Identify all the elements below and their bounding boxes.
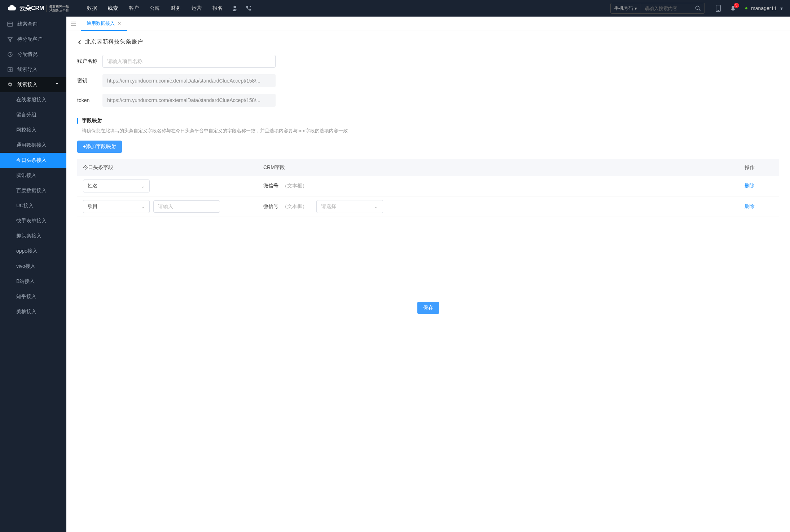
sidebar-item-label: 趣头条接入 bbox=[16, 233, 41, 239]
nav-signup[interactable]: 报名 bbox=[212, 5, 223, 12]
sidebar-item-4[interactable]: 线索接入⌃ bbox=[0, 77, 66, 92]
crm-field-type: （文本框） bbox=[282, 203, 307, 210]
footer-bar: 保存 bbox=[77, 296, 779, 319]
page-title: 北京昱新科技头条账户 bbox=[85, 38, 143, 46]
col-action: 操作 bbox=[745, 164, 773, 171]
account-label: 账户名称 bbox=[77, 58, 102, 65]
toutiao-field-select[interactable]: 姓名⌄ bbox=[83, 179, 150, 192]
form-row-token: token bbox=[77, 94, 779, 107]
user-name: manager11 bbox=[751, 5, 777, 11]
add-mapping-button[interactable]: +添加字段映射 bbox=[77, 141, 122, 153]
export-icon bbox=[7, 67, 13, 72]
status-dot-icon bbox=[745, 7, 747, 9]
nav-data[interactable]: 数据 bbox=[87, 5, 97, 12]
account-input[interactable] bbox=[102, 55, 276, 68]
search-type-select[interactable]: 手机号码 ▾ bbox=[611, 3, 641, 13]
chevron-down-icon: ▾ bbox=[780, 5, 783, 11]
chevron-down-icon: ⌄ bbox=[374, 204, 378, 209]
collapse-menu-icon[interactable] bbox=[66, 21, 81, 26]
sidebar-item-label: 百度数据接入 bbox=[16, 187, 47, 194]
sidebar-subitem-10[interactable]: oppo接入 bbox=[0, 244, 66, 259]
notifications[interactable]: 5 bbox=[730, 5, 736, 12]
search-input[interactable] bbox=[641, 4, 692, 13]
col-crm: CRM字段 bbox=[263, 164, 745, 171]
user-plus-icon[interactable] bbox=[232, 5, 238, 12]
content: 北京昱新科技头条账户 账户名称 密钥 token 字段映射 请确保您在此填写的头… bbox=[66, 31, 790, 532]
sidebar-item-1[interactable]: 待分配客户 bbox=[0, 32, 66, 47]
user-menu[interactable]: manager11 ▾ bbox=[745, 5, 783, 11]
sidebar-subitem-0[interactable]: 在线客服接入 bbox=[0, 92, 66, 107]
phone-icon[interactable] bbox=[245, 5, 252, 12]
crm-field-label: 微信号 bbox=[263, 203, 278, 210]
nav-customer[interactable]: 客户 bbox=[129, 5, 139, 12]
section-bar-icon bbox=[77, 118, 78, 124]
sidebar-item-label: vivo接入 bbox=[16, 263, 35, 270]
sidebar-item-label: 线索查询 bbox=[17, 21, 38, 27]
sidebar-item-label: UC接入 bbox=[16, 203, 34, 209]
save-button[interactable]: 保存 bbox=[417, 302, 439, 314]
sidebar-subitem-13[interactable]: 知乎接入 bbox=[0, 289, 66, 304]
sidebar-subitem-9[interactable]: 趣头条接入 bbox=[0, 229, 66, 244]
sidebar-item-label: 在线客服接入 bbox=[16, 97, 47, 103]
delete-link[interactable]: 删除 bbox=[745, 183, 755, 189]
token-label: token bbox=[77, 97, 102, 103]
sidebar-item-label: 美柚接入 bbox=[16, 309, 36, 315]
tab-general-data[interactable]: 通用数据接入 ✕ bbox=[81, 17, 127, 31]
sidebar-subitem-8[interactable]: 快手表单接入 bbox=[0, 213, 66, 229]
logo-text: 云朵CRM bbox=[19, 5, 44, 12]
sidebar-item-label: 分配情况 bbox=[17, 51, 38, 58]
tab-label: 通用数据接入 bbox=[87, 20, 115, 27]
token-input[interactable] bbox=[102, 94, 276, 107]
nav-clue[interactable]: 线索 bbox=[108, 5, 118, 12]
extra-input[interactable] bbox=[153, 200, 220, 213]
logo[interactable]: 云朵CRM 教育机构一站 式服务云平台 bbox=[7, 3, 76, 13]
sidebar-item-label: 腾讯接入 bbox=[16, 172, 36, 179]
right-icons: 5 bbox=[716, 5, 736, 12]
sidebar-subitem-2[interactable]: 网校接入 bbox=[0, 123, 66, 138]
notification-badge: 5 bbox=[734, 3, 739, 8]
nav-public[interactable]: 公海 bbox=[150, 5, 160, 12]
main: 通用数据接入 ✕ 北京昱新科技头条账户 账户名称 密钥 token bbox=[66, 17, 790, 532]
mapping-desc: 请确保您在此填写的头条自定义字段名称与在今日头条平台中自定义的字段名称一致，并且… bbox=[77, 128, 779, 134]
logo-subtitle: 教育机构一站 式服务云平台 bbox=[46, 5, 69, 12]
sidebar-subitem-11[interactable]: vivo接入 bbox=[0, 259, 66, 274]
close-icon[interactable]: ✕ bbox=[118, 21, 121, 26]
nav-menu: 数据 线索 客户 公海 财务 运营 报名 bbox=[87, 5, 223, 12]
sidebar-item-label: 知乎接入 bbox=[16, 293, 36, 300]
sidebar-subitem-1[interactable]: 留言分组 bbox=[0, 107, 66, 123]
crm-value-select[interactable]: 请选择⌄ bbox=[316, 200, 383, 213]
sidebar-subitem-3[interactable]: 通用数据接入 bbox=[0, 138, 66, 153]
sidebar-subitem-6[interactable]: 百度数据接入 bbox=[0, 183, 66, 198]
back-button[interactable] bbox=[77, 40, 82, 45]
chevron-down-icon: ▾ bbox=[635, 6, 637, 11]
sidebar-item-label: oppo接入 bbox=[16, 248, 38, 254]
top-bar: 云朵CRM 教育机构一站 式服务云平台 数据 线索 客户 公海 财务 运营 报名… bbox=[0, 0, 790, 17]
col-toutiao: 今日头条字段 bbox=[83, 164, 263, 171]
form-row-account: 账户名称 bbox=[77, 55, 779, 68]
sidebar-subitem-5[interactable]: 腾讯接入 bbox=[0, 168, 66, 183]
svg-point-2 bbox=[696, 6, 699, 10]
sidebar-item-label: 线索接入 bbox=[17, 81, 38, 88]
svg-point-0 bbox=[234, 6, 236, 8]
sidebar-subitem-14[interactable]: 美柚接入 bbox=[0, 304, 66, 319]
table-row: 姓名⌄微信号（文本框）删除 bbox=[77, 176, 779, 196]
tabs-bar: 通用数据接入 ✕ bbox=[66, 17, 790, 31]
list-icon bbox=[7, 21, 13, 27]
sidebar-item-0[interactable]: 线索查询 bbox=[0, 17, 66, 32]
sidebar-item-3[interactable]: 线索导入 bbox=[0, 62, 66, 77]
mobile-icon[interactable] bbox=[716, 5, 721, 12]
breadcrumb: 北京昱新科技头条账户 bbox=[77, 38, 779, 46]
sidebar-subitem-4[interactable]: 今日头条接入 bbox=[0, 153, 66, 168]
sidebar-subitem-12[interactable]: B站接入 bbox=[0, 274, 66, 289]
svg-rect-5 bbox=[8, 22, 13, 26]
delete-link[interactable]: 删除 bbox=[745, 203, 755, 209]
secret-input[interactable] bbox=[102, 74, 276, 87]
nav-ops[interactable]: 运营 bbox=[192, 5, 202, 12]
toutiao-field-select[interactable]: 项目⌄ bbox=[83, 200, 150, 213]
mapping-title: 字段映射 bbox=[82, 118, 102, 124]
sidebar-item-2[interactable]: 分配情况 bbox=[0, 47, 66, 62]
sidebar-subitem-7[interactable]: UC接入 bbox=[0, 198, 66, 213]
sidebar-item-label: 快手表单接入 bbox=[16, 218, 47, 224]
nav-finance[interactable]: 财务 bbox=[171, 5, 181, 12]
search-button[interactable] bbox=[692, 4, 705, 13]
